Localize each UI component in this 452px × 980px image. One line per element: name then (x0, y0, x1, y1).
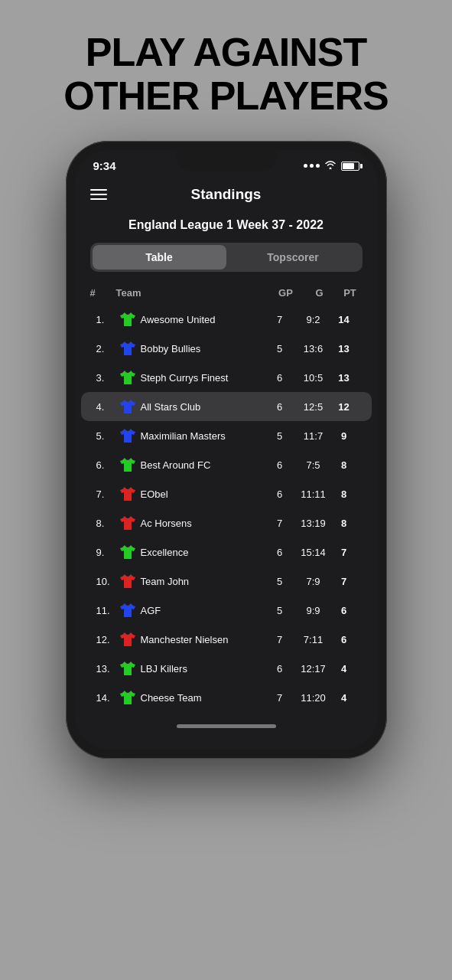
row-g: 13:6 (295, 343, 332, 354)
row-pt: 14 (332, 314, 356, 325)
row-g: 9:2 (295, 314, 332, 325)
league-title: England League 1 Week 37 - 2022 (75, 212, 378, 243)
row-rank: 1. (96, 314, 118, 325)
row-gp: 6 (265, 401, 295, 413)
row-rank: 12. (96, 634, 118, 645)
row-pt: 13 (332, 372, 356, 384)
table-rows: 1. Awesome United 7 9:2 14 2. Bobby Bull… (75, 305, 378, 712)
row-g: 7:5 (295, 459, 332, 471)
table-row: 14. Cheese Team 7 11:20 4 (81, 683, 372, 712)
row-g: 10:5 (295, 372, 332, 384)
row-rank: 9. (96, 547, 118, 558)
row-g: 15:14 (295, 547, 332, 558)
app-content: Standings England League 1 Week 37 - 202… (75, 178, 378, 750)
col-header-pt: PT (338, 287, 363, 299)
headline: PLAY AGAINST OTHER PLAYERS (63, 31, 388, 118)
table-header: # Team GP G PT (75, 284, 378, 305)
row-pt: 6 (332, 605, 356, 616)
row-g: 11:7 (295, 430, 332, 442)
row-gp: 7 (265, 518, 295, 529)
headline-line2: OTHER PLAYERS (63, 74, 388, 118)
row-rank: 10. (96, 576, 118, 587)
row-pt: 7 (332, 576, 356, 587)
row-gp: 5 (265, 576, 295, 587)
row-gp: 6 (265, 488, 295, 500)
jersey-icon (118, 429, 138, 443)
home-indicator (177, 724, 276, 728)
col-header-gp: GP (271, 287, 301, 299)
row-team-name: All Stars Club (138, 401, 265, 413)
table-row: 13. LBJ Killers 6 12:17 4 (81, 654, 372, 683)
row-g: 12:5 (295, 401, 332, 413)
app-header: Standings (75, 178, 378, 212)
row-pt: 12 (332, 401, 356, 413)
table-row: 10. Team John 5 7:9 7 (81, 567, 372, 596)
row-rank: 11. (96, 605, 118, 616)
row-rank: 4. (96, 401, 118, 413)
table-row: 12. Manchester Nielsen 7 7:11 6 (81, 625, 372, 654)
row-g: 9:9 (295, 605, 332, 616)
app-title: Standings (191, 186, 262, 203)
row-g: 7:11 (295, 634, 332, 645)
row-rank: 13. (96, 663, 118, 675)
row-g: 11:20 (295, 692, 332, 704)
jersey-icon (118, 400, 138, 413)
row-team-name: Awesome United (138, 314, 265, 325)
row-rank: 7. (96, 488, 118, 500)
row-rank: 2. (96, 343, 118, 354)
row-team-name: Team John (138, 576, 265, 587)
row-gp: 7 (265, 314, 295, 325)
jersey-icon (118, 574, 138, 588)
col-header-team: Team (112, 287, 271, 299)
battery-icon (341, 162, 359, 171)
tab-bar: Table Topscorer (90, 243, 363, 272)
table-row: 6. Best Around FC 6 7:5 8 (81, 450, 372, 479)
status-time: 9:34 (93, 159, 116, 172)
row-team-name: AGF (138, 605, 265, 616)
jersey-icon (118, 312, 138, 326)
row-gp: 5 (265, 430, 295, 442)
table-row: 3. Steph Currys Finest 6 10:5 13 (81, 363, 372, 392)
jersey-icon (118, 458, 138, 472)
tab-topscorer[interactable]: Topscorer (226, 245, 360, 270)
row-gp: 5 (265, 605, 295, 616)
row-pt: 8 (332, 488, 356, 500)
row-rank: 8. (96, 518, 118, 529)
row-rank: 3. (96, 372, 118, 384)
row-gp: 6 (265, 547, 295, 558)
jersey-icon (118, 371, 138, 384)
row-pt: 9 (332, 430, 356, 442)
row-rank: 14. (96, 692, 118, 704)
row-rank: 5. (96, 430, 118, 442)
row-g: 11:11 (295, 488, 332, 500)
tab-table[interactable]: Table (93, 245, 226, 270)
row-gp: 7 (265, 634, 295, 645)
row-team-name: EObel (138, 488, 265, 500)
table-row: 8. Ac Horsens 7 13:19 8 (81, 508, 372, 537)
row-team-name: Excellence (138, 547, 265, 558)
phone-screen: 9:34 (75, 150, 378, 750)
status-icons (304, 160, 359, 172)
row-gp: 6 (265, 372, 295, 384)
col-header-g: G (301, 287, 338, 299)
row-pt: 6 (332, 634, 356, 645)
row-team-name: LBJ Killers (138, 663, 265, 675)
row-pt: 4 (332, 692, 356, 704)
row-team-name: Manchester Nielsen (138, 634, 265, 645)
table-row: 7. EObel 6 11:11 8 (81, 479, 372, 508)
table-row: 2. Bobby Bullies 5 13:6 13 (81, 334, 372, 363)
row-g: 13:19 (295, 518, 332, 529)
table-row: 11. AGF 5 9:9 6 (81, 596, 372, 625)
jersey-icon (118, 545, 138, 559)
row-team-name: Steph Currys Finest (138, 372, 265, 384)
jersey-icon (118, 341, 138, 355)
row-team-name: Best Around FC (138, 459, 265, 471)
row-gp: 7 (265, 692, 295, 704)
notch (177, 150, 276, 172)
table-row: 5. Maximilian Masters 5 11:7 9 (81, 421, 372, 450)
row-team-name: Bobby Bullies (138, 343, 265, 354)
row-g: 12:17 (295, 663, 332, 675)
hamburger-menu-button[interactable] (90, 189, 107, 200)
row-team-name: Maximilian Masters (138, 430, 265, 442)
jersey-icon (118, 516, 138, 530)
